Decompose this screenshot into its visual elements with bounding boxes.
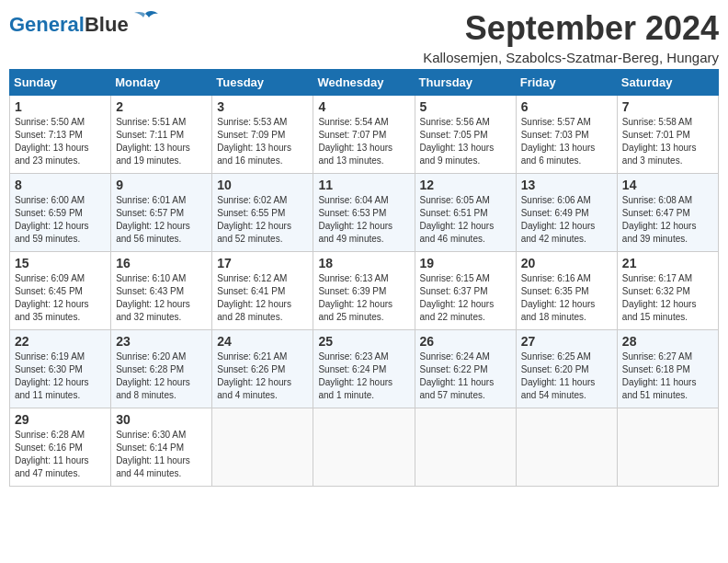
calendar-cell: 17 Sunrise: 6:12 AMSunset: 6:41 PMDaylig… [212,252,313,330]
day-number: 19 [420,256,511,270]
calendar-cell: 15 Sunrise: 6:09 AMSunset: 6:45 PMDaylig… [10,252,111,330]
day-info: Sunrise: 5:58 AMSunset: 7:01 PMDaylight:… [622,117,697,166]
day-number: 20 [521,256,612,270]
day-info: Sunrise: 6:09 AMSunset: 6:45 PMDaylight:… [15,273,89,322]
day-number: 9 [116,178,207,192]
day-info: Sunrise: 6:02 AMSunset: 6:55 PMDaylight:… [217,195,291,244]
day-number: 25 [318,334,409,349]
day-info: Sunrise: 6:13 AMSunset: 6:39 PMDaylight:… [318,273,392,322]
title-block: September 2024 Kallosemjen, Szabolcs-Sza… [423,9,719,65]
day-info: Sunrise: 6:19 AMSunset: 6:30 PMDaylight:… [15,351,89,400]
day-number: 24 [217,334,308,349]
calendar-cell: 10 Sunrise: 6:02 AMSunset: 6:55 PMDaylig… [212,174,313,252]
day-number: 10 [217,178,308,192]
calendar-week-row: 15 Sunrise: 6:09 AMSunset: 6:45 PMDaylig… [10,252,719,330]
day-info: Sunrise: 6:17 AMSunset: 6:32 PMDaylight:… [622,273,697,322]
day-info: Sunrise: 6:10 AMSunset: 6:43 PMDaylight:… [116,273,190,322]
day-info: Sunrise: 5:53 AMSunset: 7:09 PMDaylight:… [217,117,291,166]
day-number: 5 [420,99,511,114]
calendar-cell: 25 Sunrise: 6:23 AMSunset: 6:24 PMDaylig… [313,330,415,408]
day-of-week-header: Tuesday [212,70,313,96]
calendar-cell [516,408,617,487]
calendar-cell [313,408,415,487]
logo-text: GeneralBlue [9,13,129,37]
day-info: Sunrise: 6:12 AMSunset: 6:41 PMDaylight:… [217,273,291,322]
day-number: 26 [420,334,511,349]
day-number: 21 [622,256,713,270]
calendar-table: SundayMondayTuesdayWednesdayThursdayFrid… [9,69,719,487]
day-number: 11 [318,178,409,192]
day-number: 2 [116,99,207,114]
day-info: Sunrise: 6:15 AMSunset: 6:37 PMDaylight:… [420,273,495,322]
day-info: Sunrise: 5:56 AMSunset: 7:05 PMDaylight:… [420,117,495,166]
day-info: Sunrise: 6:05 AMSunset: 6:51 PMDaylight:… [420,195,495,244]
calendar-cell: 22 Sunrise: 6:19 AMSunset: 6:30 PMDaylig… [10,330,111,408]
calendar-cell: 3 Sunrise: 5:53 AMSunset: 7:09 PMDayligh… [212,96,313,174]
day-of-week-header: Monday [111,70,212,96]
location-subtitle: Kallosemjen, Szabolcs-Szatmar-Bereg, Hun… [423,50,719,65]
calendar-cell [617,408,718,487]
calendar-cell: 26 Sunrise: 6:24 AMSunset: 6:22 PMDaylig… [415,330,516,408]
calendar-cell: 2 Sunrise: 5:51 AMSunset: 7:11 PMDayligh… [111,96,212,174]
day-number: 18 [318,256,409,270]
day-info: Sunrise: 6:01 AMSunset: 6:57 PMDaylight:… [116,195,190,244]
calendar-cell [415,408,516,487]
calendar-cell: 18 Sunrise: 6:13 AMSunset: 6:39 PMDaylig… [313,252,415,330]
day-number: 17 [217,256,308,270]
day-info: Sunrise: 6:16 AMSunset: 6:35 PMDaylight:… [521,273,596,322]
day-info: Sunrise: 5:50 AMSunset: 7:13 PMDaylight:… [15,117,89,166]
day-info: Sunrise: 6:20 AMSunset: 6:28 PMDaylight:… [116,351,190,400]
calendar-cell: 4 Sunrise: 5:54 AMSunset: 7:07 PMDayligh… [313,96,415,174]
calendar-cell: 7 Sunrise: 5:58 AMSunset: 7:01 PMDayligh… [617,96,718,174]
day-number: 30 [116,412,207,427]
calendar-cell: 16 Sunrise: 6:10 AMSunset: 6:43 PMDaylig… [111,252,212,330]
calendar-cell: 11 Sunrise: 6:04 AMSunset: 6:53 PMDaylig… [313,174,415,252]
logo-bird-icon [131,10,160,30]
calendar-week-row: 1 Sunrise: 5:50 AMSunset: 7:13 PMDayligh… [10,96,719,174]
calendar-cell: 1 Sunrise: 5:50 AMSunset: 7:13 PMDayligh… [10,96,111,174]
day-number: 16 [116,256,207,270]
day-number: 4 [318,99,409,114]
day-number: 27 [521,334,612,349]
calendar-cell: 30 Sunrise: 6:30 AMSunset: 6:14 PMDaylig… [111,408,212,487]
day-info: Sunrise: 6:04 AMSunset: 6:53 PMDaylight:… [318,195,392,244]
day-number: 23 [116,334,207,349]
day-info: Sunrise: 6:21 AMSunset: 6:26 PMDaylight:… [217,351,291,400]
day-info: Sunrise: 6:08 AMSunset: 6:47 PMDaylight:… [622,195,697,244]
calendar-cell: 28 Sunrise: 6:27 AMSunset: 6:18 PMDaylig… [617,330,718,408]
day-info: Sunrise: 6:27 AMSunset: 6:18 PMDaylight:… [622,351,697,400]
day-info: Sunrise: 6:24 AMSunset: 6:22 PMDaylight:… [420,351,495,400]
calendar-cell: 6 Sunrise: 5:57 AMSunset: 7:03 PMDayligh… [516,96,617,174]
day-of-week-header: Friday [516,70,617,96]
calendar-week-row: 29 Sunrise: 6:28 AMSunset: 6:16 PMDaylig… [10,408,719,487]
calendar-cell: 21 Sunrise: 6:17 AMSunset: 6:32 PMDaylig… [617,252,718,330]
day-number: 13 [521,178,612,192]
calendar-cell: 13 Sunrise: 6:06 AMSunset: 6:49 PMDaylig… [516,174,617,252]
day-number: 8 [15,178,106,192]
calendar-cell: 24 Sunrise: 6:21 AMSunset: 6:26 PMDaylig… [212,330,313,408]
calendar-cell: 19 Sunrise: 6:15 AMSunset: 6:37 PMDaylig… [415,252,516,330]
calendar-cell [212,408,313,487]
day-info: Sunrise: 6:23 AMSunset: 6:24 PMDaylight:… [318,351,392,400]
calendar-cell: 29 Sunrise: 6:28 AMSunset: 6:16 PMDaylig… [10,408,111,487]
day-number: 29 [15,412,106,427]
day-info: Sunrise: 6:00 AMSunset: 6:59 PMDaylight:… [15,195,89,244]
day-number: 12 [420,178,511,192]
month-title: September 2024 [423,9,719,48]
day-number: 14 [622,178,713,192]
calendar-cell: 14 Sunrise: 6:08 AMSunset: 6:47 PMDaylig… [617,174,718,252]
day-number: 1 [15,99,106,114]
day-info: Sunrise: 5:57 AMSunset: 7:03 PMDaylight:… [521,117,596,166]
page-header: GeneralBlue September 2024 Kallosemjen, … [9,9,719,65]
day-of-week-header: Thursday [415,70,516,96]
day-number: 22 [15,334,106,349]
day-of-week-header: Saturday [617,70,718,96]
day-info: Sunrise: 5:54 AMSunset: 7:07 PMDaylight:… [318,117,392,166]
day-number: 3 [217,99,308,114]
calendar-cell: 8 Sunrise: 6:00 AMSunset: 6:59 PMDayligh… [10,174,111,252]
calendar-cell: 23 Sunrise: 6:20 AMSunset: 6:28 PMDaylig… [111,330,212,408]
calendar-week-row: 8 Sunrise: 6:00 AMSunset: 6:59 PMDayligh… [10,174,719,252]
day-info: Sunrise: 6:28 AMSunset: 6:16 PMDaylight:… [15,430,89,478]
day-of-week-header: Wednesday [313,70,415,96]
day-info: Sunrise: 6:30 AMSunset: 6:14 PMDaylight:… [116,430,190,478]
